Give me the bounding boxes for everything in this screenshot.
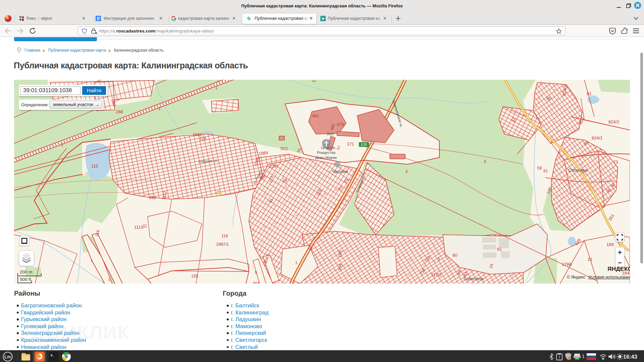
svg-text:1: 1: [108, 278, 110, 282]
svg-text:1: 1: [61, 142, 63, 147]
svg-text:Lm: Lm: [4, 354, 11, 359]
svg-text:23: 23: [282, 178, 287, 183]
svg-text:1113: 1113: [134, 225, 143, 230]
svg-text:11: 11: [143, 224, 147, 228]
svg-text:3: 3: [405, 169, 408, 174]
svg-text:Атл: Атл: [327, 132, 333, 136]
svg-text:115: 115: [91, 164, 98, 169]
svg-text:60: 60: [452, 253, 457, 258]
svg-text:104: 104: [337, 263, 343, 271]
svg-text:115: 115: [200, 136, 207, 141]
svg-text:116: 116: [221, 234, 228, 238]
svg-text:Часовня: Часовня: [332, 169, 348, 174]
svg-text:21: 21: [588, 257, 592, 262]
svg-text:61: 61: [543, 169, 548, 173]
svg-text:12: 12: [312, 80, 316, 83]
svg-text:824/1: 824/1: [592, 135, 603, 140]
svg-text:P: P: [20, 16, 21, 18]
svg-text:61: 61: [497, 247, 502, 252]
svg-text:!: !: [96, 32, 97, 34]
svg-text:Сосновка: Сосновка: [568, 168, 588, 173]
svg-text:26: 26: [546, 96, 551, 101]
svg-text:1: 1: [215, 85, 218, 90]
svg-text:Девы Марии: Девы Марии: [315, 156, 337, 160]
svg-text:824/2: 824/2: [608, 119, 620, 124]
svg-text:!: !: [559, 355, 560, 359]
svg-text:Рождества: Рождества: [317, 150, 336, 155]
svg-text:73: 73: [613, 160, 618, 165]
svg-text:1786: 1786: [562, 262, 572, 267]
svg-text:16: 16: [498, 283, 503, 284]
svg-text:479: 479: [337, 122, 344, 127]
svg-text:288: 288: [116, 109, 123, 114]
svg-text:E28: E28: [361, 143, 367, 146]
svg-text:$_: $_: [51, 354, 54, 357]
svg-text:1: 1: [91, 258, 93, 262]
svg-text:904: 904: [253, 281, 260, 284]
svg-text:97: 97: [584, 141, 589, 146]
svg-text:91: 91: [587, 91, 591, 96]
svg-text:59: 59: [537, 166, 542, 171]
svg-text:717/2: 717/2: [431, 273, 441, 277]
svg-text:1987/1: 1987/1: [216, 242, 229, 247]
svg-text:1: 1: [158, 106, 161, 111]
svg-text:1: 1: [295, 260, 298, 265]
svg-text:5: 5: [438, 256, 440, 261]
svg-text:185: 185: [606, 242, 614, 247]
svg-text:1087: 1087: [269, 164, 278, 169]
svg-text:155: 155: [191, 274, 198, 279]
svg-text:3: 3: [484, 159, 486, 164]
svg-text:481: 481: [312, 114, 319, 118]
svg-text:502: 502: [280, 146, 288, 151]
svg-text:Церковь: Церковь: [321, 145, 335, 149]
svg-text:5: 5: [255, 270, 257, 275]
svg-text:1: 1: [217, 80, 219, 83]
svg-text:493: 493: [149, 195, 156, 200]
svg-text:105: 105: [337, 250, 343, 257]
svg-text:171: 171: [347, 141, 354, 146]
svg-text:Совхозное: Совхозное: [464, 277, 484, 281]
